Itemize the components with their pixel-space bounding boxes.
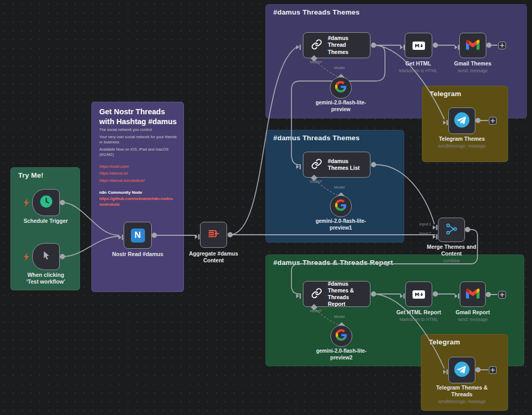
add-node-button[interactable] <box>498 291 506 299</box>
output-port[interactable] <box>371 162 376 167</box>
node-merge[interactable] <box>438 218 465 242</box>
google-g-icon <box>335 199 347 213</box>
workflow-canvas: #damus Threads Themes #damus Threads The… <box>0 0 532 415</box>
node-sublabel: send: message <box>444 317 501 323</box>
node-sublabel: Markdown to HTML <box>390 68 447 74</box>
node-gemini-preview[interactable] <box>330 77 352 99</box>
output-port[interactable] <box>433 43 438 48</box>
input-port[interactable] <box>443 367 448 372</box>
node-damus-thread-themes[interactable]: #damus Thread Themes <box>303 32 370 58</box>
gmail-icon <box>466 39 480 52</box>
node-label: Merge Themes and Content combine <box>423 244 480 264</box>
google-g-icon <box>336 329 347 343</box>
link-chain-icon <box>311 158 322 171</box>
node-get-html-report[interactable] <box>405 282 432 307</box>
node-label: Telegram Themes & Threads sendMessage: m… <box>433 384 490 405</box>
input1-port-label: Input 1 <box>416 222 431 226</box>
nostr-icon: N <box>131 229 145 243</box>
output-port[interactable] <box>465 227 470 232</box>
node-inner-label: #damus Themes & Threads Report <box>328 280 366 308</box>
google-g-icon <box>335 81 347 95</box>
node-nostr-read[interactable]: N <box>124 222 152 249</box>
input-port[interactable] <box>296 162 301 167</box>
node-label: Aggregate #damus Content <box>185 250 242 264</box>
input-port[interactable] <box>433 232 437 237</box>
node-label: Telegram Themes sendMessage: message <box>433 136 490 149</box>
output-port[interactable] <box>486 292 491 297</box>
link-chain-icon <box>311 288 322 301</box>
output-port[interactable] <box>371 43 376 48</box>
node-label: Schedule Trigger <box>17 218 74 224</box>
trigger-bolt-icon <box>23 198 30 207</box>
node-damus-themes-list[interactable]: #damus Themes List <box>303 152 370 178</box>
input-port[interactable] <box>296 43 301 48</box>
add-node-button[interactable] <box>489 366 497 374</box>
markdown-icon <box>413 42 425 50</box>
input-port[interactable] <box>400 291 405 297</box>
node-gemini-preview2[interactable] <box>330 325 352 347</box>
gmail-icon <box>466 288 480 301</box>
output-port[interactable] <box>433 291 438 297</box>
output-port[interactable] <box>228 232 233 237</box>
node-aggregate[interactable] <box>200 222 227 248</box>
node-label: Gmail Report send: message <box>444 309 501 323</box>
output-port[interactable] <box>486 43 491 48</box>
node-sublabel: sendMessage: message <box>433 399 490 405</box>
node-inner-label: #damus Themes List <box>328 158 366 171</box>
node-get-html[interactable] <box>405 33 432 58</box>
node-telegram-themes-threads[interactable] <box>448 357 475 383</box>
node-sublabel: send: message <box>444 68 501 74</box>
node-sublabel: combine <box>423 258 480 264</box>
telegram-icon <box>454 112 470 130</box>
input-port[interactable] <box>400 43 405 48</box>
markdown-icon <box>413 290 425 299</box>
input2-port-label: Input 2 <box>416 231 431 236</box>
cursor-icon <box>41 250 52 263</box>
link-chain-icon <box>311 39 322 52</box>
add-node-button[interactable] <box>489 117 497 125</box>
node-gmail-report[interactable] <box>460 282 486 307</box>
input-port[interactable] <box>443 118 448 123</box>
merge-icon <box>445 222 458 238</box>
node-label: gemini-2.0-flash-lite-preview <box>312 100 370 113</box>
model-port-label: Model* <box>300 309 322 313</box>
node-label: gemini-2.0-flash-lite-preview1 <box>312 218 370 231</box>
output-port[interactable] <box>371 291 376 297</box>
telegram-icon <box>454 361 470 380</box>
node-manual-trigger[interactable] <box>32 243 60 270</box>
model-wire-label: Model <box>334 185 344 190</box>
clock-icon <box>39 194 54 211</box>
node-telegram-themes[interactable] <box>448 108 475 134</box>
add-node-button[interactable] <box>498 42 506 49</box>
node-damus-themes-threads-report[interactable]: #damus Themes & Threads Report <box>303 281 370 307</box>
model-wire-label: Model <box>334 65 344 70</box>
output-port[interactable] <box>475 118 481 123</box>
node-inner-label: #damus Thread Themes <box>328 35 366 55</box>
model-port-label: Model* <box>300 179 322 184</box>
aggregate-icon <box>207 227 220 243</box>
node-label: gemini-2.0-flash-lite-preview2 <box>312 348 370 361</box>
node-gemini-preview1[interactable] <box>330 195 352 217</box>
output-port[interactable] <box>152 233 157 238</box>
node-label: Gmail Themes send: message <box>444 60 501 74</box>
input-port[interactable] <box>296 291 301 297</box>
output-port[interactable] <box>60 200 65 205</box>
node-label: Get HTML Markdown to HTML <box>390 60 447 74</box>
node-sublabel: Markdown to HTML <box>390 317 447 323</box>
output-port[interactable] <box>475 367 481 372</box>
input-port[interactable] <box>118 233 123 238</box>
model-wire-label: Model <box>334 314 344 319</box>
node-label: When clicking ‘Test workflow’ <box>24 272 68 285</box>
input-port[interactable] <box>195 232 200 237</box>
node-label: Get HTML Report Markdown to HTML <box>390 309 447 323</box>
node-sublabel: sendMessage: message <box>433 143 490 149</box>
trigger-bolt-icon <box>23 252 30 261</box>
input-port[interactable] <box>455 291 459 297</box>
output-port[interactable] <box>60 254 65 259</box>
node-gmail-themes[interactable] <box>459 33 486 58</box>
input-port[interactable] <box>455 43 459 48</box>
node-label: Nostr Read #damus <box>109 251 166 258</box>
node-schedule-trigger[interactable] <box>32 189 60 216</box>
input-port[interactable] <box>433 223 437 228</box>
model-port-label: Model* <box>300 60 322 64</box>
